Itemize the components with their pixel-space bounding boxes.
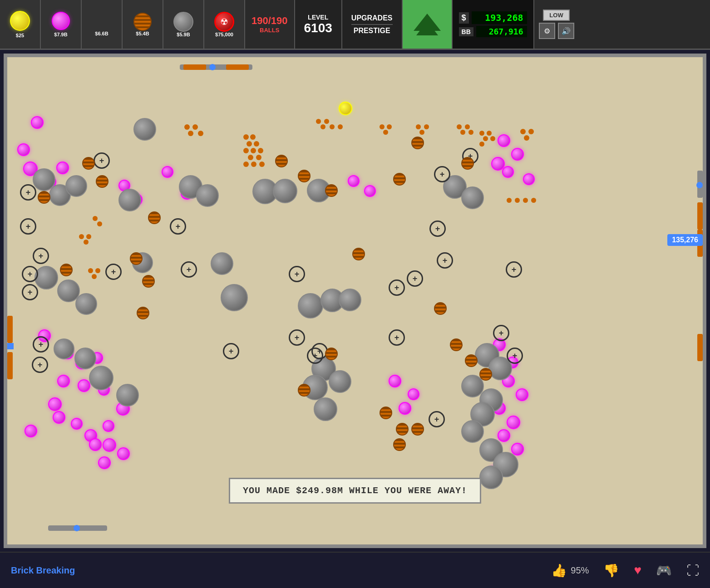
plus-powerup-3: + [20,218,36,235]
gray-ball-1 [133,118,156,141]
heart-action[interactable]: ♥ [634,563,641,578]
plus-powerup-18: + [429,220,446,237]
gray-ball-21 [89,366,113,390]
top-paddle [180,64,252,70]
prestige-label: PRESTIGE [354,27,390,35]
ball-yellow-price: $25 [16,33,24,38]
bottom-bar: Brick Breaking 👍 95% 👎 ♥ 🎮 ⛶ [0,552,710,588]
thumbs-down-icon: 👎 [603,563,619,578]
plus-powerup-1: + [94,152,110,169]
money-value: 193,268 [472,11,527,24]
pink-ball-32 [103,438,116,452]
ball-yellow[interactable]: $25 [0,0,41,49]
plus-powerup-15: + [407,270,423,287]
plus-powerup-22: + [33,336,49,353]
pink-ball-28 [103,420,114,432]
left-paddle-2 [7,352,13,379]
ball-plus[interactable]: + $6.6B [82,0,123,49]
pink-ball-31 [89,438,102,451]
pink-ball-8 [162,166,173,178]
upgrades-prestige-button[interactable]: UPGRADES PRESTIGE [342,0,403,49]
ball-yellow-game [339,102,352,115]
gray-ball-35 [461,420,484,443]
plus-powerup-11: + [289,329,305,346]
pink-ball-22 [78,379,90,392]
controller-icon: 🎮 [656,563,672,578]
thumbs-down-action[interactable]: 👎 [603,563,619,578]
plus-powerup-27: + [429,411,445,427]
rating-text: 95% [571,565,589,576]
ball-pink-price: $7.9B [54,32,67,37]
thumbs-up-icon: 👍 [551,563,567,578]
level-box: LEVEL 6103 [295,0,342,49]
ball-nuke-price: $75,000 [215,32,233,37]
fullscreen-action[interactable]: ⛶ [686,563,699,578]
thumbs-up-action[interactable]: 👍 95% [551,563,589,578]
right-paddle-2 [697,202,703,230]
gray-ball-19 [54,338,74,359]
gray-ball-29 [461,186,484,209]
ball-gray-price: $5.9B [177,32,190,37]
plus-powerup-7: + [22,284,38,300]
ball-striped-price: $5.4B [136,31,149,36]
bottom-paddle [48,525,107,531]
controller-action[interactable]: 🎮 [656,563,672,578]
score-popup: 135,276 [667,234,703,246]
gray-ball-23 [35,266,58,289]
dollar-symbol: $ [459,12,469,24]
plus-powerup-8: + [170,218,186,235]
plus-powerup-23: + [32,357,48,373]
quality-badge: LOW [543,10,569,21]
pink-ball-21 [57,375,70,387]
pink-ball-1 [31,116,44,129]
pink-ball-2 [17,143,30,156]
settings-button[interactable]: ⚙ [539,23,555,39]
gray-ball-13 [221,284,248,311]
pink-ball-34 [98,456,111,469]
plus-powerup-6: + [22,266,38,282]
ball-pink[interactable]: $7.9B [41,0,82,49]
plus-powerup-16: + [434,166,450,182]
pink-ball-36 [408,388,419,400]
prestige-arrow-button[interactable] [403,0,453,49]
settings-box: LOW ⚙ 🔊 [534,0,579,49]
gray-ball-14 [298,293,323,318]
plus-powerup-2: + [20,184,36,201]
ball-nuke[interactable]: ☢ $75,000 [204,0,245,49]
plus-powerup-19: + [437,252,453,269]
level-num: 6103 [304,21,332,35]
plus-powerup-5: + [105,264,122,280]
pink-ball-44 [498,429,510,442]
money-display: $ 193,268 BB 267,916 [453,0,534,49]
level-label: LEVEL [308,14,328,21]
fullscreen-icon: ⛶ [686,563,699,578]
plus-powerup-21: + [307,348,323,364]
ball-plus-price: $6.6B [95,31,108,36]
plus-powerup-14: + [389,279,405,296]
left-paddle-1 [7,316,13,343]
mute-button[interactable]: 🔊 [558,23,574,39]
pink-ball-13 [511,148,524,161]
pink-ball-14 [502,166,514,178]
gray-ball-20 [74,348,96,369]
pink-ball-45 [511,443,524,456]
pink-ball-5 [56,162,69,174]
pink-ball-26 [71,418,83,430]
game-area[interactable]: 135,276 [4,54,706,548]
ball-gray[interactable]: $5.9B [163,0,204,49]
pink-ball-15 [523,173,535,185]
plus-powerup-26: + [507,348,523,364]
bb-value: 267,916 [476,26,527,37]
hud: $25 $7.9B + $6.6B $5.4B $5.9B ☢ $75,000 … [0,0,710,50]
plus-powerup-20: + [389,329,405,346]
gray-ball-11 [211,252,233,275]
gray-ball-22 [116,384,139,407]
pink-ball-16 [491,157,505,171]
gray-ball-25 [75,293,97,315]
gray-ball-5 [118,189,141,211]
plus-powerup-10: + [289,266,305,282]
away-message: YOU MADE $249.98M WHILE YOU WERE AWAY! [229,478,481,504]
ball-striped[interactable]: $5.4B [123,0,163,49]
pink-ball-41 [516,388,528,401]
plus-powerup-4: + [33,248,49,264]
